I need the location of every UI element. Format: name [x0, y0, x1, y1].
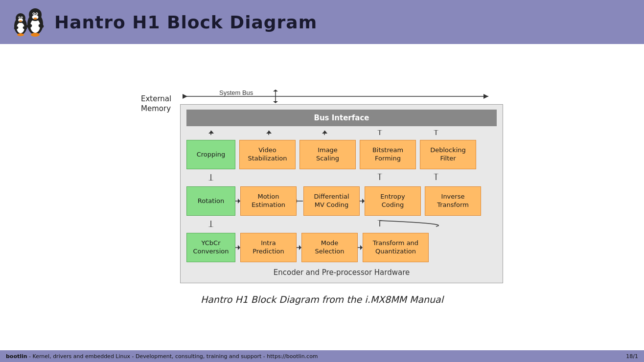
- svg-point-19: [36, 13, 37, 14]
- svg-marker-44: [377, 174, 383, 174]
- system-bus-arrow: System Bus: [180, 90, 493, 103]
- footer: bootlin - Kernel, drivers and embedded L…: [0, 350, 644, 362]
- block-entropy-coding: EntropyCoding: [365, 186, 421, 216]
- block-intra-prediction: IntraPrediction: [240, 233, 297, 262]
- external-memory-label: External Memory: [141, 90, 180, 113]
- block-video-stabilization: VideoStabilization: [239, 140, 296, 169]
- footer-description: - Kernel, drivers and embedded Linux - D…: [27, 353, 318, 360]
- svg-marker-28: [273, 101, 278, 103]
- diagram-wrapper: External Memory: [141, 90, 503, 283]
- blocks-row-2: Rotation MotionEstimation DifferentialMV…: [186, 186, 497, 216]
- bus-interface-block: Bus Interface: [186, 110, 497, 126]
- footer-brand: bootlin: [6, 353, 27, 360]
- arrow-diff-entropy: [360, 186, 365, 216]
- block-cropping: Cropping: [186, 140, 235, 169]
- block-bitstream-forming: BitstreamForming: [360, 140, 416, 169]
- row12-arrows: [186, 174, 495, 181]
- block-mode-selection: ModeSelection: [301, 233, 358, 262]
- svg-point-8: [19, 20, 22, 22]
- footer-left: bootlin - Kernel, drivers and embedded L…: [6, 353, 318, 360]
- svg-marker-46: [433, 174, 439, 174]
- main-content: External Memory: [0, 44, 644, 350]
- block-transform-quantization: Transform andQuantization: [363, 233, 429, 262]
- svg-marker-25: [183, 94, 187, 99]
- svg-marker-54: [208, 226, 214, 227]
- row1-arrows: [186, 130, 495, 136]
- logo-icon: [10, 6, 46, 38]
- svg-text:System Bus: System Bus: [219, 90, 253, 96]
- blocks-row-3: YCbCrConversion IntraPrediction ModeSele…: [186, 233, 497, 262]
- svg-marker-50: [297, 199, 297, 204]
- diagram-box: Bus Interface: [180, 104, 503, 283]
- svg-point-18: [33, 13, 34, 14]
- block-deblocking-filter: DeblockingFilter: [420, 140, 476, 169]
- diagram-caption: Hantro H1 Block Diagram from the i.MX8MM…: [201, 294, 443, 305]
- page-title: Hantro H1 Block Diagram: [54, 12, 317, 32]
- block-rotation: Rotation: [186, 186, 235, 216]
- svg-marker-27: [273, 90, 278, 91]
- svg-point-20: [34, 18, 37, 20]
- block-image-scaling: ImageScaling: [299, 140, 356, 169]
- block-inverse-transform: InverseTransform: [425, 186, 481, 216]
- footer-page: 18/1: [626, 353, 638, 360]
- row23-arrows: [186, 220, 495, 227]
- svg-point-6: [19, 17, 20, 18]
- svg-point-7: [22, 17, 23, 18]
- block-differential-mv-coding: DifferentialMV Coding: [303, 186, 360, 216]
- svg-marker-29: [483, 94, 488, 99]
- arrow-mode-transform: [358, 233, 363, 262]
- block-ycbcr-conversion: YCbCrConversion: [186, 233, 235, 262]
- arrow-intra-mode: [297, 233, 301, 262]
- diagram-main: System Bus Bus Interface: [180, 90, 503, 283]
- diagram-bottom-label: Encoder and Pre-processor Hardware: [186, 268, 497, 277]
- arrow-motion-diff: [297, 186, 303, 216]
- svg-point-9: [17, 33, 24, 36]
- header: Hantro H1 Block Diagram: [0, 0, 644, 44]
- svg-marker-40: [433, 130, 439, 131]
- block-motion-estimation: MotionEstimation: [240, 186, 297, 216]
- arrow-ycbcr-intra: [235, 233, 240, 262]
- svg-marker-38: [377, 130, 383, 131]
- svg-point-21: [31, 33, 40, 37]
- svg-marker-42: [208, 180, 214, 181]
- blocks-row-1: Cropping VideoStabilization ImageScaling…: [186, 140, 497, 169]
- external-memory-row: External Memory: [141, 90, 503, 283]
- arrow-rotation-motion: [235, 186, 240, 216]
